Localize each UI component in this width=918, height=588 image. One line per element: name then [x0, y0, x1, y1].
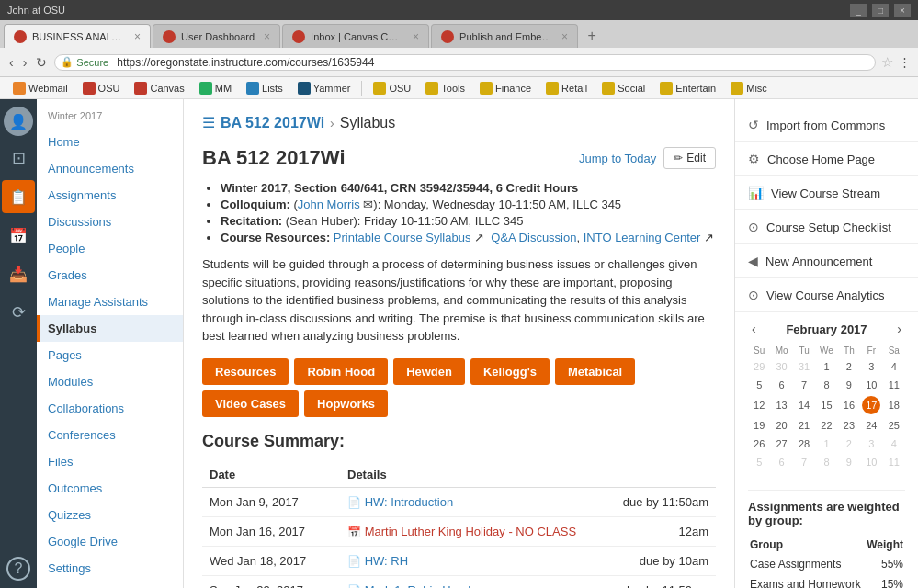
calendar-day[interactable]: 28: [793, 435, 815, 453]
bookmark-social[interactable]: Social: [596, 81, 651, 96]
close-button[interactable]: ×: [894, 4, 911, 17]
nav-home[interactable]: Home: [37, 129, 183, 155]
calendar-day[interactable]: 6: [770, 376, 792, 394]
calendar-day[interactable]: 4: [883, 435, 905, 453]
calendar-day[interactable]: 2: [838, 435, 860, 453]
tab-4-close[interactable]: ×: [561, 30, 568, 43]
bookmark-mm[interactable]: MM: [194, 81, 237, 96]
window-controls[interactable]: _ □ ×: [850, 4, 911, 17]
calendar-day[interactable]: 8: [815, 376, 837, 394]
bookmark-finance[interactable]: Finance: [474, 81, 537, 96]
nav-assignments[interactable]: Assignments: [37, 182, 183, 209]
assignment-link[interactable]: Mark 1: Robin Hood: [365, 583, 471, 589]
sidebar-icon-help[interactable]: ?: [6, 557, 30, 581]
calendar-day[interactable]: 23: [838, 416, 860, 435]
calendar-day[interactable]: 1: [815, 357, 837, 376]
reload-button[interactable]: ↻: [34, 55, 49, 70]
calendar-day[interactable]: 3: [860, 435, 882, 453]
calendar-day[interactable]: 13: [770, 394, 792, 416]
calendar-day[interactable]: 8: [815, 453, 837, 471]
calendar-day[interactable]: 2: [838, 357, 860, 376]
calendar-day[interactable]: 7: [793, 376, 815, 394]
hewden-button[interactable]: Hewden: [393, 358, 465, 385]
tab-2-close[interactable]: ×: [264, 30, 270, 43]
bookmark-entertain[interactable]: Entertain: [654, 81, 721, 96]
nav-modules[interactable]: Modules: [37, 368, 183, 395]
assignment-link[interactable]: Martin Luther King Holiday - NO CLASS: [365, 525, 576, 538]
calendar-day[interactable]: 1: [815, 435, 837, 453]
qa-link[interactable]: Q&A Discussion: [491, 231, 576, 244]
address-field[interactable]: 🔒 Secure https://oregonstate.instructure…: [54, 54, 876, 71]
nav-quizzes[interactable]: Quizzes: [37, 502, 183, 528]
calendar-day[interactable]: 11: [883, 376, 905, 394]
menu-icon[interactable]: ☰: [202, 114, 215, 131]
calendar-day[interactable]: 16: [838, 394, 860, 416]
nav-announcements[interactable]: Announcements: [37, 155, 183, 182]
nav-discussions[interactable]: Discussions: [37, 209, 183, 235]
calendar-day[interactable]: 29: [748, 357, 770, 376]
instructor-link[interactable]: John Morris: [298, 198, 360, 211]
forward-button[interactable]: ›: [21, 55, 29, 70]
nav-people[interactable]: People: [37, 235, 183, 262]
tab-2[interactable]: User Dashboard ×: [153, 24, 280, 48]
sidebar-icon-dashboard[interactable]: ⊡: [2, 141, 35, 175]
bookmark-retail[interactable]: Retail: [540, 81, 593, 96]
bookmark-osu-2[interactable]: OSU: [368, 81, 416, 96]
choose-homepage-button[interactable]: ⚙ Choose Home Page: [735, 142, 918, 176]
robin-hood-button[interactable]: Robin Hood: [294, 358, 388, 385]
into-link[interactable]: INTO Learning Center: [584, 231, 701, 244]
nav-conferences[interactable]: Conferences: [37, 422, 183, 448]
nav-google-drive[interactable]: Google Drive: [37, 528, 183, 555]
view-course-analytics-button[interactable]: ⊙ View Course Analytics: [735, 278, 918, 312]
view-course-stream-button[interactable]: 📊 View Course Stream: [735, 176, 918, 210]
course-setup-checklist-button[interactable]: ⊙ Course Setup Checklist: [735, 210, 918, 244]
user-avatar[interactable]: 👤: [4, 107, 33, 136]
tab-4[interactable]: Publish and Embed a Go... ×: [431, 24, 578, 48]
tab-1[interactable]: BUSINESS ANALYSIS AN... ×: [4, 24, 151, 48]
calendar-day[interactable]: 18: [883, 394, 905, 416]
calendar-day[interactable]: 22: [815, 416, 837, 435]
calendar-day[interactable]: 9: [838, 376, 860, 394]
bookmark-tools[interactable]: Tools: [420, 81, 470, 96]
sidebar-icon-inbox[interactable]: 📥: [2, 257, 35, 290]
sidebar-icon-calendar[interactable]: 📅: [2, 219, 35, 252]
nav-syllabus[interactable]: Syllabus: [37, 315, 183, 342]
assignment-link[interactable]: HW: RH: [365, 554, 408, 568]
bookmark-yammer[interactable]: Yammer: [292, 81, 357, 96]
calendar-day[interactable]: 24: [860, 416, 882, 435]
calendar-day[interactable]: 20: [770, 416, 792, 435]
calendar-prev-button[interactable]: ‹: [748, 322, 760, 336]
calendar-day[interactable]: 26: [748, 435, 770, 453]
edit-button[interactable]: ✏ Edit: [663, 147, 716, 169]
sidebar-icon-courses[interactable]: 📋: [2, 180, 35, 213]
hopworks-button[interactable]: Hopworks: [304, 390, 388, 417]
breadcrumb-course-link[interactable]: BA 512 2017Wi: [221, 115, 324, 131]
calendar-day[interactable]: 19: [748, 416, 770, 435]
calendar-day[interactable]: 10: [860, 376, 882, 394]
calendar-day[interactable]: 5: [748, 453, 770, 471]
nav-files[interactable]: Files: [37, 448, 183, 475]
calendar-day[interactable]: 6: [770, 453, 792, 471]
bookmark-misc[interactable]: Misc: [725, 81, 773, 96]
new-tab-button[interactable]: +: [580, 24, 604, 48]
calendar-day[interactable]: 21: [793, 416, 815, 435]
info-button[interactable]: ⋮: [899, 55, 911, 69]
calendar-day[interactable]: 4: [883, 357, 905, 376]
calendar-day[interactable]: 15: [815, 394, 837, 416]
calendar-day[interactable]: 25: [883, 416, 905, 435]
jump-today-link[interactable]: Jump to Today: [579, 152, 656, 165]
nav-outcomes[interactable]: Outcomes: [37, 475, 183, 502]
tab-1-close[interactable]: ×: [134, 30, 141, 43]
calendar-day[interactable]: 17: [860, 394, 882, 416]
calendar-day[interactable]: 14: [793, 394, 815, 416]
import-commons-button[interactable]: ↺ Import from Commons: [735, 108, 918, 142]
calendar-day[interactable]: 7: [793, 453, 815, 471]
calendar-day[interactable]: 10: [860, 453, 882, 471]
bookmark-star-button[interactable]: ☆: [881, 54, 893, 71]
bookmark-canvas[interactable]: Canvas: [129, 81, 189, 96]
calendar-day[interactable]: 31: [793, 357, 815, 376]
video-cases-button[interactable]: Video Cases: [202, 390, 299, 417]
bookmark-osu-1[interactable]: OSU: [77, 81, 126, 96]
back-button[interactable]: ‹: [7, 55, 16, 70]
kelloggs-button[interactable]: Kellogg's: [470, 358, 550, 385]
